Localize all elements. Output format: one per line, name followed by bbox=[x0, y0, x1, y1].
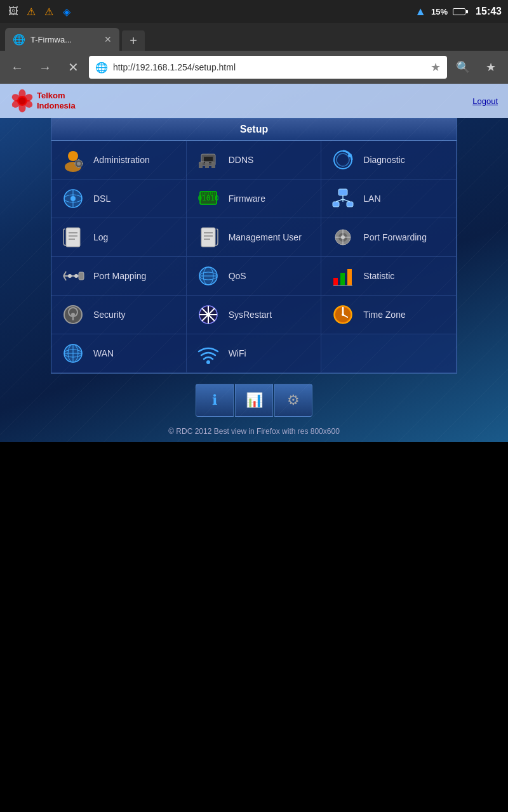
svg-point-29 bbox=[70, 196, 76, 201]
security-label: Security bbox=[93, 310, 126, 320]
lan-label: LAN bbox=[363, 193, 380, 204]
setup-item-diagnostic[interactable]: Diagnostic bbox=[321, 141, 457, 180]
clock: 15:43 bbox=[476, 6, 502, 17]
management-user-label: Management User bbox=[229, 232, 302, 242]
warning-icon-2: ⚠ bbox=[42, 4, 56, 18]
sysrestart-label: SysRestart bbox=[229, 310, 272, 320]
time-zone-icon bbox=[330, 302, 356, 327]
svg-rect-20 bbox=[211, 162, 215, 168]
info-button[interactable]: ℹ bbox=[196, 384, 234, 417]
time-zone-label: Time Zone bbox=[363, 310, 405, 320]
wifi-icon bbox=[196, 341, 221, 366]
telkom-logo: Telkom Indonesia bbox=[10, 89, 76, 113]
stop-button[interactable]: ✕ bbox=[61, 55, 85, 79]
port-forwarding-icon bbox=[330, 225, 356, 250]
svg-rect-34 bbox=[333, 202, 339, 207]
search-button[interactable]: 🔍 bbox=[451, 55, 475, 79]
setup-item-lan[interactable]: LAN bbox=[321, 180, 457, 218]
url-bar[interactable]: 🌐 http://192.168.1.254/setup.html ★ bbox=[89, 56, 447, 79]
wan-icon bbox=[60, 341, 86, 366]
tab-favicon: 🌐 bbox=[13, 34, 25, 46]
ddns-label: DDNS bbox=[229, 155, 254, 165]
wan-label: WAN bbox=[93, 348, 114, 358]
new-tab-button[interactable]: + bbox=[122, 30, 145, 51]
wifi-label: WiFi bbox=[229, 348, 246, 358]
svg-point-56 bbox=[74, 274, 78, 278]
svg-point-11 bbox=[77, 162, 81, 166]
svg-point-51 bbox=[341, 235, 345, 239]
forward-button[interactable]: → bbox=[33, 55, 57, 79]
warning-icon-1: ⚠ bbox=[24, 4, 38, 18]
svg-rect-19 bbox=[205, 162, 209, 168]
setup-grid: Administration DDNS bbox=[51, 141, 457, 373]
setup-item-ddns[interactable]: DDNS bbox=[187, 141, 322, 180]
url-text: http://192.168.1.254/setup.html bbox=[113, 62, 425, 72]
tab-close-button[interactable]: ✕ bbox=[104, 34, 112, 44]
setup-item-administration[interactable]: Administration bbox=[51, 141, 187, 180]
setup-item-statistic[interactable]: Statistic bbox=[321, 257, 457, 296]
setup-item-port-forwarding[interactable]: Port Forwarding bbox=[321, 218, 457, 257]
setup-item-dsl[interactable]: DSL bbox=[51, 180, 187, 218]
svg-point-8 bbox=[68, 151, 78, 161]
svg-rect-57 bbox=[79, 272, 84, 280]
qos-icon bbox=[196, 263, 221, 289]
setup-item-port-mapping[interactable]: Port Mapping bbox=[51, 257, 187, 296]
dsl-icon bbox=[60, 186, 86, 211]
setup-item-security[interactable]: Security bbox=[51, 296, 187, 334]
svg-rect-62 bbox=[333, 278, 338, 285]
tab-title: T-Firmwa... bbox=[30, 35, 99, 44]
diagnostic-icon bbox=[330, 147, 356, 173]
svg-rect-64 bbox=[347, 269, 352, 285]
ddns-icon bbox=[196, 147, 221, 173]
logout-button[interactable]: Logout bbox=[472, 96, 498, 106]
url-favicon: 🌐 bbox=[95, 62, 108, 74]
nav-bar: ← → ✕ 🌐 http://192.168.1.254/setup.html … bbox=[0, 51, 508, 84]
telkom-logo-icon bbox=[10, 89, 34, 113]
security-icon bbox=[60, 302, 86, 327]
svg-rect-39 bbox=[66, 228, 80, 247]
firmware-icon: 01010 10101 bbox=[196, 186, 221, 211]
port-mapping-icon bbox=[60, 263, 86, 289]
setup-item-sysrestart[interactable]: SysRestart bbox=[187, 296, 322, 334]
svg-rect-43 bbox=[201, 228, 215, 247]
svg-rect-35 bbox=[347, 202, 353, 207]
telkom-name: Telkom Indonesia bbox=[37, 91, 76, 110]
dropbox-icon: ◈ bbox=[60, 4, 74, 18]
svg-text:10101: 10101 bbox=[201, 191, 216, 197]
status-bar: 🖼 ⚠ ⚠ ◈ ▲ 15% 15:43 bbox=[0, 0, 508, 23]
active-tab[interactable]: 🌐 T-Firmwa... ✕ bbox=[5, 28, 119, 51]
diagnostic-label: Diagnostic bbox=[363, 155, 404, 165]
administration-icon bbox=[60, 147, 86, 173]
setup-item-log[interactable]: Log bbox=[51, 218, 187, 257]
setup-item-firmware[interactable]: 01010 10101 Firmware bbox=[187, 180, 322, 218]
svg-line-37 bbox=[336, 199, 343, 202]
setup-item-wan[interactable]: WAN bbox=[51, 334, 187, 373]
svg-point-25 bbox=[348, 154, 352, 157]
footer-text: © RDC 2012 Best view in Firefox with res… bbox=[0, 424, 508, 442]
bookmark-star-icon[interactable]: ★ bbox=[431, 60, 441, 74]
setup-item-qos[interactable]: QoS bbox=[187, 257, 322, 296]
setup-item-time-zone[interactable]: Time Zone bbox=[321, 296, 457, 334]
bookmarks-button[interactable]: ★ bbox=[479, 55, 503, 79]
svg-rect-18 bbox=[199, 162, 203, 168]
svg-point-75 bbox=[206, 313, 210, 317]
setup-item-management-user[interactable]: Management User bbox=[187, 218, 322, 257]
settings-button[interactable]: ⚙ bbox=[274, 384, 312, 417]
qos-label: QoS bbox=[229, 271, 246, 281]
back-button[interactable]: ← bbox=[5, 55, 29, 79]
browser-chrome: 🌐 T-Firmwa... ✕ + ← → ✕ 🌐 http://192.168… bbox=[0, 23, 508, 84]
battery-percent: 15% bbox=[431, 7, 448, 16]
statistic-icon bbox=[330, 263, 356, 289]
svg-point-86 bbox=[206, 360, 210, 364]
management-user-icon bbox=[196, 225, 221, 250]
svg-point-24 bbox=[337, 154, 349, 166]
setup-item-wifi[interactable]: WiFi bbox=[187, 334, 322, 373]
wifi-icon: ▲ bbox=[415, 5, 426, 18]
stats-button[interactable]: 📊 bbox=[235, 384, 273, 417]
log-label: Log bbox=[93, 232, 108, 242]
administration-label: Administration bbox=[93, 155, 150, 165]
log-icon bbox=[60, 225, 86, 250]
battery-icon bbox=[453, 6, 468, 17]
svg-point-80 bbox=[342, 313, 344, 316]
telkom-header: Telkom Indonesia Logout bbox=[0, 84, 508, 118]
